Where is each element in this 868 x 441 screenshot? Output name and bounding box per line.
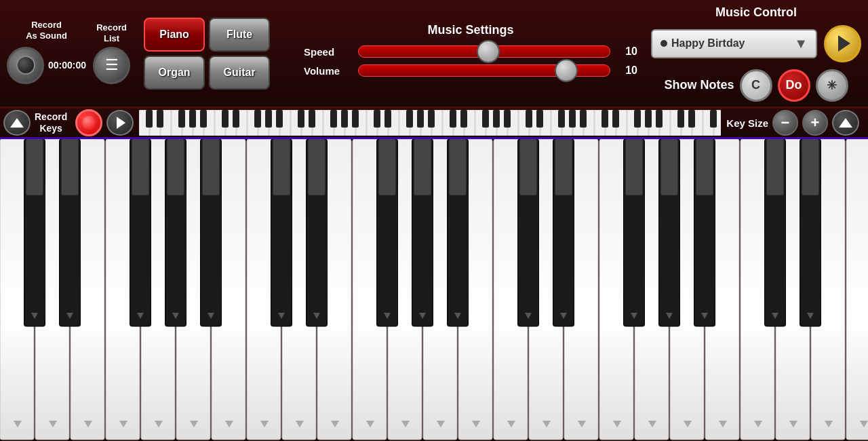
- svg-rect-171: [414, 139, 431, 195]
- svg-rect-147: [26, 139, 43, 195]
- music-control-title: Music Control: [715, 5, 797, 20]
- instrument-row: Piano Flute: [144, 18, 270, 52]
- key-size-section: Key Size − +: [721, 110, 865, 136]
- record-list-label-1: Record: [96, 22, 127, 33]
- flute-button[interactable]: Flute: [209, 18, 270, 52]
- record-keys-label-2: Keys: [39, 123, 62, 134]
- snowflake-icon: ✳: [827, 78, 837, 93]
- organ-label: Organ: [158, 66, 190, 79]
- record-keys-play-button[interactable]: [106, 110, 134, 136]
- svg-rect-89: [645, 110, 652, 128]
- svg-rect-85: [580, 110, 587, 128]
- music-settings-section: Music Settings Speed 10 Volume 10: [290, 23, 651, 83]
- top-bar: Record As Sound 00:00:00 Record List ☰ P…: [0, 0, 868, 109]
- svg-rect-168: [379, 139, 396, 195]
- note-do-button[interactable]: Do: [778, 69, 810, 102]
- note-do-label: Do: [786, 78, 802, 92]
- volume-slider-row: Volume 10: [304, 64, 637, 77]
- svg-rect-162: [273, 139, 290, 195]
- song-selector[interactable]: Happy Birtday ▼: [651, 29, 817, 58]
- svg-rect-159: [203, 139, 220, 195]
- svg-rect-73: [406, 110, 413, 128]
- svg-rect-58: [178, 110, 185, 128]
- svg-rect-72: [384, 110, 391, 128]
- organ-button[interactable]: Organ: [144, 56, 205, 90]
- music-settings-title: Music Settings: [304, 23, 637, 37]
- guitar-label: Guitar: [223, 66, 255, 79]
- svg-rect-87: [612, 110, 619, 128]
- svg-rect-83: [558, 110, 565, 128]
- record-as-sound-button[interactable]: [7, 47, 44, 84]
- svg-rect-93: [710, 110, 717, 128]
- svg-rect-62: [233, 110, 239, 128]
- volume-slider-track[interactable]: [358, 64, 610, 77]
- speed-slider-track[interactable]: [358, 45, 610, 58]
- speed-label: Speed: [304, 46, 351, 58]
- svg-rect-78: [482, 110, 489, 128]
- record-keys-label-1: Record: [35, 111, 67, 122]
- record-keys-bar: Record Keys Key Size − +: [0, 109, 868, 139]
- minus-icon: −: [781, 114, 790, 132]
- play-button[interactable]: [824, 25, 861, 62]
- guitar-button[interactable]: Guitar: [209, 56, 270, 90]
- show-notes-label: Show Notes: [664, 78, 734, 92]
- svg-rect-59: [189, 110, 196, 128]
- svg-rect-80: [504, 110, 511, 128]
- svg-rect-153: [132, 139, 149, 195]
- svg-rect-76: [450, 110, 456, 128]
- svg-rect-60: [200, 110, 207, 128]
- speed-slider-thumb[interactable]: [477, 40, 500, 63]
- svg-rect-75: [428, 110, 435, 128]
- key-size-decrease-button[interactable]: −: [772, 110, 798, 136]
- record-keys-label-container: Record Keys: [33, 111, 73, 134]
- record-keys-inner: [82, 116, 96, 130]
- record-keys-record-button[interactable]: [75, 109, 102, 136]
- svg-rect-156: [167, 139, 184, 195]
- svg-rect-63: [254, 110, 261, 128]
- up-triangle-icon: [10, 118, 24, 128]
- volume-label: Volume: [304, 65, 351, 77]
- svg-rect-70: [352, 110, 359, 128]
- note-c-button[interactable]: C: [740, 69, 772, 102]
- dropdown-arrow-icon: ▼: [794, 36, 808, 52]
- song-name: Happy Birtday: [671, 37, 745, 50]
- song-name-container: Happy Birtday: [660, 37, 745, 50]
- volume-slider-thumb[interactable]: [555, 59, 578, 82]
- svg-rect-74: [417, 110, 424, 128]
- mini-piano-strip: [139, 110, 721, 136]
- svg-rect-174: [450, 139, 467, 195]
- piano-keyboard[interactable]: [0, 139, 868, 441]
- note-special-button[interactable]: ✳: [816, 69, 848, 102]
- speed-slider-row: Speed 10: [304, 45, 637, 58]
- record-list-button[interactable]: ☰: [93, 47, 130, 84]
- record-as-sound-label-2: As Sound: [26, 31, 67, 41]
- svg-rect-192: [767, 139, 784, 195]
- svg-rect-64: [265, 110, 272, 128]
- svg-rect-67: [309, 110, 315, 128]
- piano-button[interactable]: Piano: [144, 18, 205, 52]
- plus-icon: +: [811, 114, 820, 132]
- record-list-label-2: List: [104, 33, 119, 43]
- svg-rect-183: [626, 139, 643, 195]
- svg-rect-56: [146, 110, 153, 128]
- svg-rect-68: [330, 110, 337, 128]
- show-notes-row: Show Notes C Do ✳: [664, 69, 848, 102]
- speed-value: 10: [617, 45, 637, 58]
- key-size-label: Key Size: [726, 117, 768, 129]
- instrument-row-2: Organ Guitar: [144, 56, 270, 90]
- up-arrow-button[interactable]: [3, 110, 31, 136]
- svg-rect-90: [656, 110, 663, 128]
- key-size-up-button[interactable]: [832, 110, 859, 136]
- svg-rect-150: [62, 139, 79, 195]
- key-size-increase-button[interactable]: +: [802, 110, 828, 136]
- record-as-sound-label-1: Record: [31, 20, 62, 30]
- piano-main: [0, 139, 868, 441]
- record-inner-circle: [16, 56, 35, 75]
- svg-rect-142: [846, 139, 868, 440]
- svg-rect-57: [157, 110, 163, 128]
- volume-value: 10: [617, 64, 637, 77]
- music-control-section: Music Control Happy Birtday ▼ Show Notes…: [651, 5, 861, 102]
- svg-rect-195: [802, 139, 819, 195]
- svg-rect-61: [222, 110, 229, 128]
- music-control-row: Happy Birtday ▼: [651, 25, 861, 62]
